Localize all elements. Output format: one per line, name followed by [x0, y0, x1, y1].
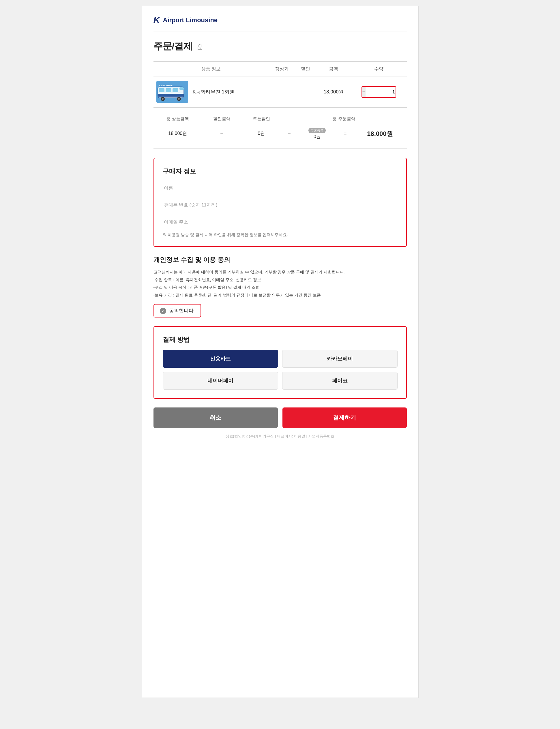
sum-col-total-product: 총 상품금액 [153, 113, 202, 125]
equals-separator: = [344, 131, 347, 136]
pay-payco-button[interactable]: 페이코 [282, 372, 398, 389]
privacy-text: 고객님께서는 아래 내용에 대하여 동의를 거부하실 수 있으며, 거부할 경우… [153, 268, 407, 299]
email-field [163, 216, 398, 229]
action-row: 취소 결제하기 [153, 407, 407, 428]
col-product: 상품 정보 [153, 62, 269, 76]
privacy-line3: -수집 및 이용 목적 : 상품 배송(쿠폰 발송) 및 결제 내역 조회 [153, 285, 260, 290]
sum-separator1: − [202, 125, 241, 143]
col-price: 금액 [316, 62, 351, 76]
svg-rect-10 [179, 87, 184, 90]
header: K Airport Limousine [153, 15, 407, 31]
col-discount: 할인 [295, 62, 316, 76]
coupon-amount: 0원 [301, 134, 334, 140]
summary-section: 총 상품금액 할인금액 쿠폰할인 총 주문금액 18,000원 − 0원 [153, 107, 407, 149]
order-row: K LIMOUSINE K공항리무진 1회권 18,000원 − + [153, 76, 407, 108]
agree-button[interactable]: ✓ 동의합니다. [153, 304, 201, 318]
privacy-line2: -수집 항목 : 이름, 휴대전화번호, 이메일 주소, 신용카드 정보 [153, 278, 261, 282]
page-title: 주문/결제 [153, 40, 193, 53]
summary-table: 총 상품금액 할인금액 쿠폰할인 총 주문금액 18,000원 − 0원 [153, 113, 407, 143]
email-input[interactable] [163, 216, 398, 229]
phone-field [163, 198, 398, 212]
logo-text: Airport Limousine [163, 16, 218, 24]
svg-rect-2 [159, 88, 164, 92]
privacy-line4: -보유 기간 : 결제 완료 후 5년. 단, 관계 법령의 규정에 따로 보전… [153, 293, 321, 297]
logo-k-icon: K [153, 15, 160, 25]
name-field [163, 181, 398, 195]
sum-discount: 0원 [241, 125, 281, 143]
name-input[interactable] [163, 181, 398, 195]
svg-rect-4 [173, 88, 178, 92]
minus-separator2: − [288, 131, 291, 136]
col-regular-price: 정상가 [268, 62, 295, 76]
pay-naver-button[interactable]: 네이버페이 [163, 372, 278, 389]
footer-note: 상호(법인명): (주)케이리무진 | 대표이사: 이승일 | 사업자등록번호 [153, 434, 407, 439]
regular-price-cell [268, 76, 295, 108]
pay-kakao-button[interactable]: 카카오페이 [282, 350, 398, 368]
product-cell: K LIMOUSINE K공항리무진 1회권 [156, 81, 266, 103]
phone-input[interactable] [163, 198, 398, 212]
payment-section: 결제 방법 신용카드 카카오페이 네이버페이 페이코 [153, 326, 407, 399]
coupon-badge: 쿠폰등록 [308, 128, 326, 133]
pay-button[interactable]: 결제하기 [282, 407, 407, 428]
qty-input[interactable] [366, 88, 396, 96]
page-wrapper: K Airport Limousine 주문/결제 🖨 상품 정보 정상가 할인… [142, 6, 419, 698]
buyer-section: 구매자 정보 ※ 이용권 발송 및 결제 내역 확인을 위해 정확한 정보를 입… [153, 158, 407, 247]
privacy-line1: 고객님께서는 아래 내용에 대하여 동의를 거부하실 수 있으며, 거부할 경우… [153, 270, 345, 274]
sum-col-total: 총 주문금액 [281, 113, 407, 125]
col-qty: 수량 [351, 62, 407, 76]
pay-credit-card-button[interactable]: 신용카드 [163, 350, 278, 368]
order-table: 상품 정보 정상가 할인 금액 수량 [153, 61, 407, 107]
svg-rect-5 [158, 94, 184, 97]
product-name: K공항리무진 1회권 [193, 89, 235, 95]
print-icon: 🖨 [196, 42, 204, 51]
qty-control[interactable]: − + [362, 86, 396, 98]
payment-title: 결제 방법 [163, 336, 398, 344]
agree-label: 동의합니다. [169, 308, 195, 314]
coupon-col: 쿠폰등록 0원 [301, 128, 334, 140]
total-amount: 18,000원 [367, 130, 393, 137]
agree-check-icon: ✓ [160, 308, 166, 314]
qty-decrease-button[interactable]: − [362, 87, 366, 97]
payment-grid: 신용카드 카카오페이 네이버페이 페이코 [163, 350, 398, 389]
discount-cell [295, 76, 316, 108]
minus-separator: − [220, 131, 223, 136]
svg-text:K LIMOUSINE: K LIMOUSINE [159, 85, 173, 87]
cancel-button[interactable]: 취소 [153, 407, 278, 428]
page-title-row: 주문/결제 🖨 [153, 40, 407, 53]
price-cell: 18,000원 [316, 76, 351, 108]
sum-col-discount: 할인금액 [202, 113, 241, 125]
sum-total-product: 18,000원 [153, 125, 202, 143]
product-image: K LIMOUSINE [156, 81, 188, 103]
summary-row: 18,000원 − 0원 − [153, 125, 407, 143]
svg-point-7 [162, 98, 164, 100]
privacy-section: 개인정보 수집 및 이용 동의 고객님께서는 아래 내용에 대하여 동의를 거부… [153, 256, 407, 318]
qty-cell: − + [351, 76, 407, 108]
sum-col-coupon: 쿠폰할인 [241, 113, 281, 125]
privacy-title: 개인정보 수집 및 이용 동의 [153, 256, 407, 264]
buyer-section-title: 구매자 정보 [163, 167, 398, 176]
svg-point-9 [178, 98, 180, 100]
buyer-notice: ※ 이용권 발송 및 결제 내역 확인을 위해 정확한 정보를 입력해주세요. [163, 233, 398, 238]
svg-rect-3 [166, 88, 171, 92]
